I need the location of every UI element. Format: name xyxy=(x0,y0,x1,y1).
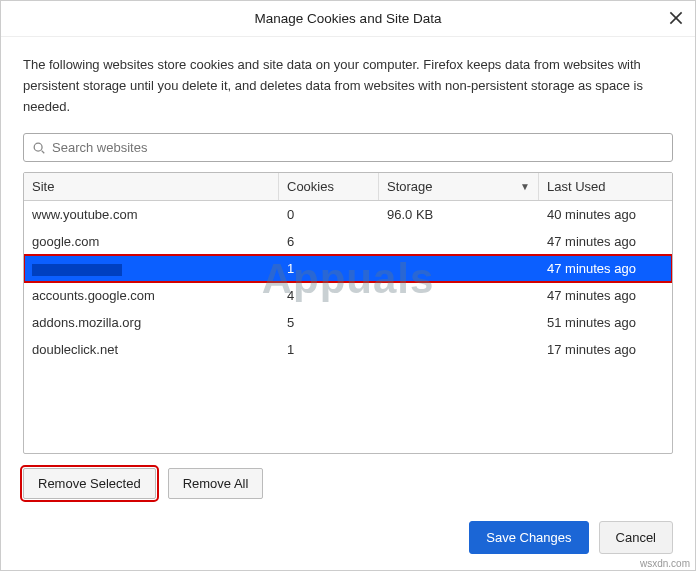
save-changes-button[interactable]: Save Changes xyxy=(469,521,588,554)
table-row[interactable]: google.com 6 47 minutes ago xyxy=(24,228,672,255)
cell-cookies: 4 xyxy=(279,282,379,309)
attribution: wsxdn.com xyxy=(640,558,690,569)
column-site[interactable]: Site xyxy=(24,173,279,200)
cell-storage xyxy=(379,309,539,336)
dialog-description: The following websites store cookies and… xyxy=(23,55,673,117)
svg-line-3 xyxy=(42,151,45,154)
cell-cookies: 1 xyxy=(279,336,379,363)
remove-all-button[interactable]: Remove All xyxy=(168,468,264,499)
cell-cookies: 6 xyxy=(279,228,379,255)
action-row: Remove Selected Remove All xyxy=(23,468,673,499)
redacted-text xyxy=(32,264,122,276)
cell-site xyxy=(24,255,279,282)
cell-last-used: 40 minutes ago xyxy=(539,201,672,228)
svg-point-2 xyxy=(34,143,42,151)
cell-site: addons.mozilla.org xyxy=(24,309,279,336)
cell-last-used: 17 minutes ago xyxy=(539,336,672,363)
cell-storage xyxy=(379,228,539,255)
search-icon xyxy=(32,141,46,155)
table-row[interactable]: addons.mozilla.org 5 51 minutes ago xyxy=(24,309,672,336)
cell-storage xyxy=(379,336,539,363)
table-body: www.youtube.com 0 96.0 KB 40 minutes ago… xyxy=(24,201,672,453)
cell-cookies: 1 xyxy=(279,255,379,282)
cell-storage: 96.0 KB xyxy=(379,201,539,228)
dialog-footer: Save Changes Cancel xyxy=(1,509,695,570)
cell-site: google.com xyxy=(24,228,279,255)
search-input[interactable] xyxy=(52,140,664,155)
cell-cookies: 5 xyxy=(279,309,379,336)
sites-table: Site Cookies Storage ▼ Last Used www.you… xyxy=(23,172,673,454)
cell-last-used: 47 minutes ago xyxy=(539,255,672,282)
cell-last-used: 47 minutes ago xyxy=(539,228,672,255)
cell-last-used: 47 minutes ago xyxy=(539,282,672,309)
column-last-used[interactable]: Last Used xyxy=(539,173,672,200)
column-cookies[interactable]: Cookies xyxy=(279,173,379,200)
dialog-header: Manage Cookies and Site Data xyxy=(1,1,695,37)
sort-descending-icon: ▼ xyxy=(520,181,530,192)
cell-storage xyxy=(379,282,539,309)
cell-site: accounts.google.com xyxy=(24,282,279,309)
dialog-content: The following websites store cookies and… xyxy=(1,37,695,509)
table-row-selected[interactable]: 1 47 minutes ago xyxy=(24,255,672,282)
search-box[interactable] xyxy=(23,133,673,162)
table-row[interactable]: doubleclick.net 1 17 minutes ago xyxy=(24,336,672,363)
cell-site: www.youtube.com xyxy=(24,201,279,228)
table-row[interactable]: www.youtube.com 0 96.0 KB 40 minutes ago xyxy=(24,201,672,228)
cancel-button[interactable]: Cancel xyxy=(599,521,673,554)
manage-cookies-dialog: Manage Cookies and Site Data The followi… xyxy=(0,0,696,571)
cell-cookies: 0 xyxy=(279,201,379,228)
cell-storage xyxy=(379,255,539,282)
table-row[interactable]: accounts.google.com 4 47 minutes ago xyxy=(24,282,672,309)
cell-site: doubleclick.net xyxy=(24,336,279,363)
table-header: Site Cookies Storage ▼ Last Used xyxy=(24,173,672,201)
cell-last-used: 51 minutes ago xyxy=(539,309,672,336)
column-storage[interactable]: Storage ▼ xyxy=(379,173,539,200)
close-icon[interactable] xyxy=(667,9,685,27)
remove-selected-button[interactable]: Remove Selected xyxy=(23,468,156,499)
dialog-title: Manage Cookies and Site Data xyxy=(255,11,442,26)
